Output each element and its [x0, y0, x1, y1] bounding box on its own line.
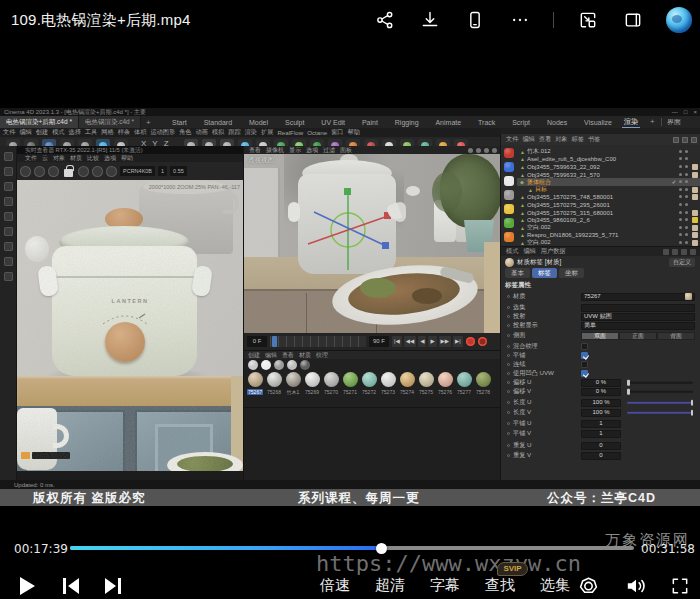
render-mode-field[interactable]: PCRN4K0B	[120, 166, 155, 176]
tiles-u-field[interactable]: 1	[581, 420, 621, 428]
material-swatch[interactable]: 75278	[475, 372, 491, 395]
region-icon[interactable]	[78, 166, 89, 177]
object-row[interactable]: ▲ Obj3455_7599633_22_092	[517, 163, 700, 171]
repeat-v-field[interactable]: 0	[581, 452, 621, 460]
lock-icon[interactable]	[64, 169, 73, 177]
material-swatch[interactable]: 75272	[361, 372, 377, 395]
offset-u-field[interactable]: 0 %	[581, 379, 621, 387]
layout-menu-item[interactable]: Script	[512, 119, 530, 126]
material-menu-item[interactable]: 纹理	[316, 351, 328, 360]
viewport-view-icons[interactable]	[468, 148, 497, 153]
projection-field[interactable]: UVW 贴图	[581, 313, 695, 321]
menu-item[interactable]: 模拟	[212, 128, 224, 137]
next-button[interactable]	[100, 574, 126, 598]
material-sphere[interactable]	[286, 372, 301, 387]
preview-sphere[interactable]	[287, 360, 297, 370]
layout-menu-item[interactable]: Sculpt	[285, 119, 304, 126]
length-u-field[interactable]: 100 %	[581, 399, 621, 407]
interface-selector[interactable]: 界面	[667, 116, 681, 128]
material-menu-item[interactable]: 编辑	[265, 351, 277, 360]
play-button[interactable]	[14, 574, 40, 598]
menu-item[interactable]: 体积	[134, 128, 146, 137]
transport-button[interactable]: ◀	[418, 336, 426, 347]
rail-icon[interactable]	[504, 232, 514, 242]
material-menu-item[interactable]: 创建	[248, 351, 260, 360]
transport-button[interactable]: ▶|	[453, 336, 463, 347]
use-bump-checkbox[interactable]	[581, 370, 588, 377]
rail-icon[interactable]	[504, 148, 514, 158]
material-swatch[interactable]: 75275	[418, 372, 434, 395]
video-frame[interactable]: Cinema 4D 2023.1.3 - [电热锅渲染+后期.c4d *] - …	[0, 108, 700, 506]
object-row[interactable]: ▲ Obj3455_1570275_748_580001	[517, 194, 700, 202]
visibility-dots[interactable]	[678, 211, 690, 215]
object-manager-menu-item[interactable]: 书签	[588, 135, 600, 144]
menu-item[interactable]: 渲染	[245, 128, 257, 137]
progress-thumb[interactable]	[376, 543, 387, 554]
rail-icon[interactable]	[504, 162, 514, 172]
material-swatch[interactable]: 75267	[247, 372, 263, 395]
object-manager-search-icons[interactable]	[673, 137, 697, 143]
material-sphere[interactable]	[343, 372, 358, 387]
document-tab[interactable]: 电热锅渲染+后期.c4d *	[0, 116, 79, 128]
window-control[interactable]: —	[672, 108, 678, 116]
material-swatch[interactable]: 75274	[399, 372, 415, 395]
player-menu-label[interactable]: 超清	[375, 576, 405, 595]
avatar[interactable]	[666, 7, 692, 33]
menu-item[interactable]: 编辑	[19, 128, 31, 137]
rail-icon[interactable]	[504, 190, 514, 200]
snapshot-icon[interactable]	[576, 9, 599, 32]
repeat-u-field[interactable]: 0	[581, 442, 621, 450]
material-swatch[interactable]: 75269	[304, 372, 320, 395]
attribute-menu-item[interactable]: 用户数据	[541, 247, 566, 256]
object-manager-menu-item[interactable]: 文件	[506, 135, 518, 144]
visibility-dots[interactable]	[678, 150, 690, 154]
preview-sphere[interactable]	[274, 360, 284, 370]
autokey-icon[interactable]	[478, 337, 487, 346]
window-control[interactable]: □	[684, 108, 688, 116]
object-row[interactable]: ▲ Obj3455_1570275_295_26001	[517, 201, 700, 209]
menu-item[interactable]: 扩展	[261, 128, 273, 137]
menu-item[interactable]: 样条	[118, 128, 130, 137]
object-row[interactable]: ▲ Asel_edite_rult_5_djceshbw_C00	[517, 156, 700, 164]
menu-item[interactable]: 工具	[85, 128, 97, 137]
object-manager-menu-item[interactable]: 标签	[572, 135, 584, 144]
menu-item[interactable]: 网格	[101, 128, 113, 137]
length-v-slider[interactable]	[627, 411, 693, 414]
mini-window-icon[interactable]	[621, 9, 644, 32]
projection-display-field[interactable]: 简单	[581, 322, 695, 330]
fullscreen-icon[interactable]	[668, 575, 692, 597]
stop-icon[interactable]	[48, 166, 59, 177]
layout-menu-item[interactable]: UV Edit	[321, 119, 345, 126]
visibility-dots[interactable]	[678, 218, 690, 222]
attribute-menu-item[interactable]: 编辑	[523, 247, 535, 256]
layout-menu-item[interactable]: Visualize	[584, 119, 612, 126]
menu-item[interactable]: 窗口	[331, 128, 343, 137]
offset-u-slider[interactable]	[627, 381, 693, 384]
visibility-dots[interactable]	[678, 165, 690, 169]
object-row[interactable]: ▲ 竹木.012	[517, 148, 700, 156]
menu-item[interactable]: 文件	[3, 128, 15, 137]
viewport-label[interactable]: 透视视图	[248, 156, 274, 165]
material-sphere[interactable]	[267, 372, 282, 387]
offset-v-slider[interactable]	[627, 390, 693, 393]
material-swatch[interactable]: 75273	[380, 372, 396, 395]
playhead[interactable]	[272, 336, 277, 347]
object-manager-menu-item[interactable]: 对象	[555, 135, 567, 144]
side-option[interactable]: 双面	[581, 332, 619, 340]
material-menu-item[interactable]: 查看	[282, 351, 294, 360]
attribute-tab[interactable]: 标签	[532, 268, 557, 278]
material-sphere[interactable]	[400, 372, 415, 387]
layout-menu-item[interactable]: Animate	[435, 119, 461, 126]
material-sphere[interactable]	[324, 372, 339, 387]
layout-menu-item[interactable]: Paint	[362, 119, 378, 126]
custom-dropdown[interactable]: 自定义	[669, 258, 695, 267]
length-u-slider[interactable]	[627, 401, 693, 404]
material-sphere[interactable]	[305, 372, 320, 387]
transport-button[interactable]: ◀◀	[404, 336, 416, 347]
material-sphere[interactable]	[381, 372, 396, 387]
timeline-ruler[interactable]	[270, 336, 366, 347]
menu-item[interactable]: 角色	[179, 128, 191, 137]
menu-item[interactable]: 动画	[196, 128, 208, 137]
menu-item[interactable]: 选择	[69, 128, 81, 137]
attribute-nav-icons[interactable]	[663, 249, 696, 255]
